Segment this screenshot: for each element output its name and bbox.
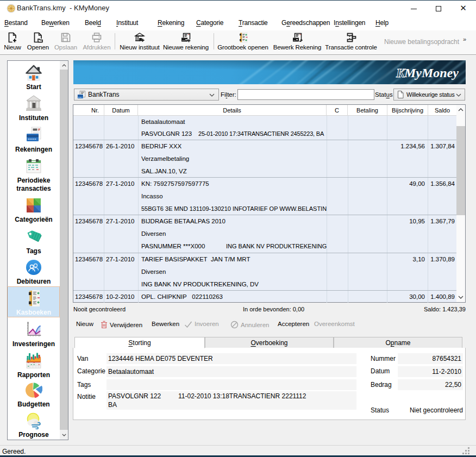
svg-text:MyMoney: MyMoney — [404, 66, 459, 80]
